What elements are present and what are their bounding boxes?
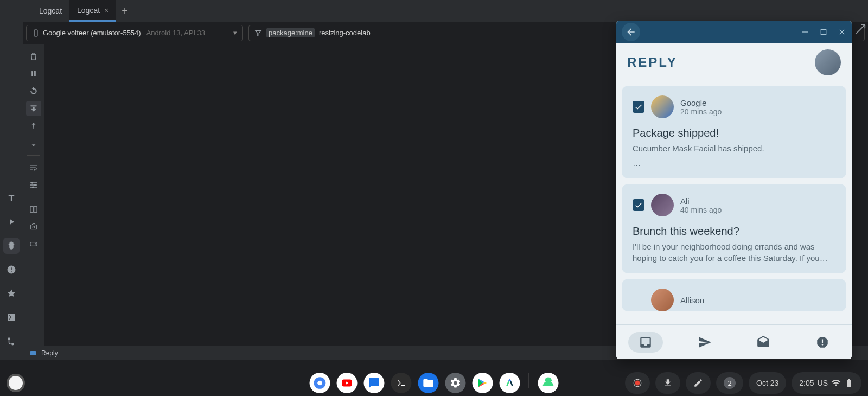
mail-time: 40 mins ago: [680, 206, 722, 214]
svg-rect-12: [821, 29, 826, 34]
svg-point-3: [31, 182, 33, 184]
emulator-titlebar: [616, 21, 852, 43]
project-icon: [29, 349, 37, 357]
mail-subject: Package shipped!: [633, 127, 835, 139]
svg-point-8: [33, 226, 35, 228]
device-selector[interactable]: Google volteer (emulator-5554) Android 1…: [26, 25, 243, 41]
mail-excerpt: I'll be in your neighborhood doing erran…: [633, 241, 835, 264]
notification-badge[interactable]: 2: [716, 372, 743, 394]
svg-rect-1: [32, 71, 33, 76]
svg-rect-6: [30, 207, 33, 213]
nav-inbox[interactable]: [628, 332, 663, 353]
problems-tool-button[interactable]: [3, 261, 20, 278]
mail-card[interactable]: Google 20 mins ago Package shipped! Cucu…: [622, 86, 846, 178]
wrap-button[interactable]: [26, 160, 41, 175]
device-name-label: Google volteer (emulator-5554): [43, 29, 141, 37]
checkbox-icon[interactable]: [633, 199, 644, 211]
scroll-to-end-button[interactable]: [26, 101, 41, 116]
split-button[interactable]: [26, 202, 41, 217]
nav-sent[interactable]: [687, 332, 722, 353]
svg-rect-9: [30, 242, 35, 246]
device-api-label: Android 13, API 33: [146, 29, 205, 37]
clear-button[interactable]: [26, 49, 41, 64]
sender-avatar: [651, 95, 674, 118]
messages-app[interactable]: [364, 373, 385, 393]
text-tool-button[interactable]: [3, 190, 20, 206]
restart-button[interactable]: [26, 84, 41, 99]
play-store-app[interactable]: [473, 373, 493, 393]
nav-spam[interactable]: [805, 332, 840, 353]
svg-rect-11: [802, 31, 808, 32]
chrome-app[interactable]: [310, 373, 330, 393]
status-tray[interactable]: 2:05 US: [792, 372, 861, 394]
filter-icon: [254, 29, 262, 37]
mail-excerpt: …: [633, 157, 835, 169]
terminal-app[interactable]: [391, 373, 412, 393]
pause-button[interactable]: [26, 66, 41, 81]
android-app[interactable]: [538, 373, 559, 393]
android-studio-app[interactable]: [500, 373, 520, 393]
vcs-tool-button[interactable]: [3, 333, 20, 349]
nav-drafts[interactable]: [746, 332, 781, 353]
launcher-button[interactable]: [7, 374, 25, 392]
tab-label: Logcat: [77, 6, 100, 15]
next-button[interactable]: [26, 136, 41, 151]
close-icon[interactable]: [838, 28, 846, 36]
mail-card[interactable]: Allison: [622, 279, 846, 311]
svg-point-5: [32, 187, 34, 188]
settings-app[interactable]: [445, 373, 466, 393]
tab-logcat-2[interactable]: Logcat×: [69, 0, 116, 22]
screenshot-button[interactable]: [26, 219, 41, 234]
filter-tag: package:mine: [266, 28, 315, 37]
sender-avatar: [651, 289, 674, 311]
svg-rect-7: [34, 207, 37, 213]
battery-icon: [844, 378, 854, 388]
sender-name: Allison: [680, 296, 704, 305]
checkbox-icon[interactable]: [633, 101, 644, 113]
logcat-toolbar: [23, 44, 44, 346]
emulator-back-button[interactable]: [622, 23, 640, 41]
terminal-tool-button[interactable]: [3, 309, 20, 325]
mail-excerpt: Cucumber Mask Facial has shipped.: [633, 143, 835, 154]
badge-count: 2: [724, 377, 736, 389]
time-label: 2:05: [799, 379, 814, 387]
resize-corner-icon: [855, 24, 866, 35]
sender-name: Ali: [680, 196, 722, 206]
run-tool-button[interactable]: [3, 214, 20, 230]
logcat-tool-button[interactable]: [3, 238, 20, 254]
sender-avatar: [651, 194, 674, 216]
date-pill[interactable]: Oct 23: [749, 372, 786, 394]
svg-rect-10: [30, 350, 36, 355]
svg-point-14: [317, 381, 322, 386]
taskbar: 2 Oct 23 2:05 US: [0, 370, 868, 396]
mail-list[interactable]: Google 20 mins ago Package shipped! Cucu…: [616, 81, 852, 324]
download-indicator[interactable]: [655, 372, 680, 394]
files-app[interactable]: [418, 373, 439, 393]
svg-rect-2: [34, 71, 35, 76]
project-name-label: Reply: [41, 349, 58, 357]
svg-point-4: [34, 184, 36, 186]
profiler-tool-button[interactable]: [3, 285, 20, 302]
chevron-down-icon: ▾: [233, 29, 237, 37]
minimize-icon[interactable]: [801, 28, 809, 36]
svg-point-16: [635, 381, 640, 386]
maximize-icon[interactable]: [819, 28, 828, 36]
emulator-window: REPLY Google 20 mins ago Package shipped…: [616, 21, 852, 359]
tab-label: Logcat: [39, 7, 62, 15]
tab-logcat-1[interactable]: Logcat: [31, 0, 69, 22]
close-icon[interactable]: ×: [104, 6, 108, 15]
left-tool-rail: [0, 0, 23, 360]
settings-button[interactable]: [26, 177, 41, 193]
wifi-icon: [831, 378, 841, 388]
app-top-bar: REPLY: [616, 43, 852, 81]
record-button[interactable]: [26, 237, 41, 252]
screen-record-button[interactable]: [625, 372, 650, 394]
profile-avatar[interactable]: [815, 49, 841, 75]
pen-indicator[interactable]: [686, 372, 711, 394]
keyboard-label: US: [818, 379, 828, 387]
mail-card[interactable]: Ali 40 mins ago Brunch this weekend? I'l…: [622, 184, 846, 273]
prev-button[interactable]: [26, 118, 41, 133]
sender-name: Google: [680, 98, 722, 107]
youtube-app[interactable]: [337, 373, 358, 393]
add-tab-button[interactable]: +: [122, 5, 128, 17]
